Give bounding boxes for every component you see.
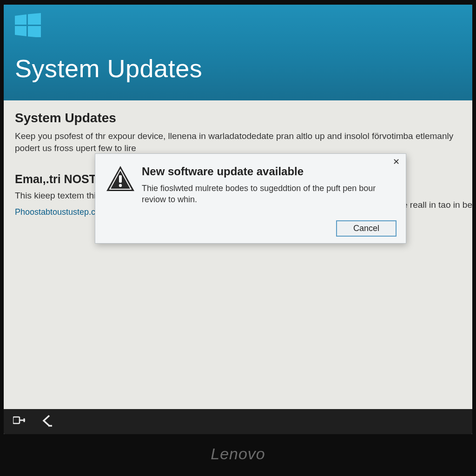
back-icon[interactable] xyxy=(40,414,54,430)
cancel-button[interactable]: Cancel xyxy=(336,220,397,237)
content-heading: System Updates xyxy=(15,111,461,126)
svg-point-8 xyxy=(119,184,122,187)
dialog-title: New software update available xyxy=(142,165,396,178)
taskbar xyxy=(4,409,472,434)
svg-marker-0 xyxy=(15,14,26,25)
header-banner: System Updates xyxy=(4,5,472,100)
content-area: System Updates Keep you psofest of thr e… xyxy=(4,100,472,409)
close-icon[interactable]: ✕ xyxy=(391,157,401,167)
svg-rect-9 xyxy=(13,417,20,423)
warning-icon xyxy=(106,165,135,205)
update-dialog: ✕ New software update available Thie fio… xyxy=(95,153,406,244)
dialog-message: Thie fioslwted mulrete bodes to sugeddti… xyxy=(142,183,396,205)
content-paragraph: Keep you psofest of thr expour device, l… xyxy=(15,130,461,154)
banner-title: System Updates xyxy=(15,54,461,83)
monitor-brand-label: Lenovo xyxy=(211,445,265,463)
svg-marker-3 xyxy=(28,26,41,37)
svg-marker-2 xyxy=(15,26,26,36)
svg-rect-7 xyxy=(119,175,122,183)
accessibility-icon[interactable] xyxy=(13,415,26,428)
windows-logo-icon xyxy=(15,13,41,37)
screen: System Updates System Updates Keep you p… xyxy=(4,5,472,434)
svg-marker-1 xyxy=(28,13,41,25)
